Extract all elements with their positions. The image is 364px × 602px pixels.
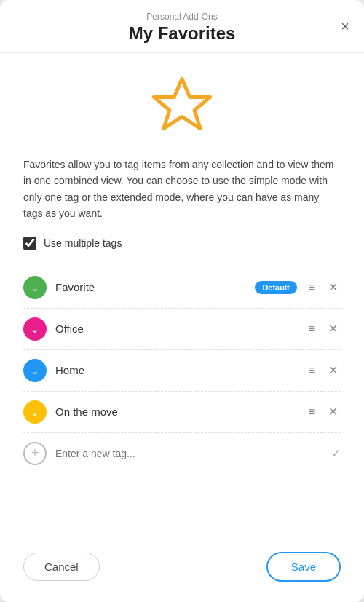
tag-chevron-icon: ⌄ <box>31 282 39 293</box>
tag-color-dot[interactable]: ⌄ <box>23 317 47 341</box>
tag-actions: ≡ ✕ <box>306 320 341 337</box>
tag-item: ⌄ Office ≡ ✕ <box>23 309 341 350</box>
tag-chevron-icon: ⌄ <box>31 407 39 417</box>
modal-container: Personal Add-Ons My Favorites × Favorite… <box>0 0 364 602</box>
default-badge: Default <box>255 281 296 294</box>
multiple-tags-label[interactable]: Use multiple tags <box>44 237 122 249</box>
tag-item: ⌄ Favorite Default ≡ ✕ <box>23 267 341 309</box>
multiple-tags-checkbox[interactable] <box>23 237 36 250</box>
tag-reorder-button[interactable]: ≡ <box>306 363 318 379</box>
cancel-button[interactable]: Cancel <box>23 553 100 581</box>
add-tag-icon[interactable]: + <box>23 442 47 465</box>
modal-title: My Favorites <box>15 23 349 44</box>
tag-chevron-icon: ⌄ <box>31 324 39 334</box>
tag-actions: ≡ ✕ <box>306 279 341 296</box>
tag-name: Home <box>55 364 297 376</box>
modal-header: Personal Add-Ons My Favorites × <box>0 0 364 53</box>
tag-reorder-button[interactable]: ≡ <box>306 404 318 420</box>
tag-color-dot[interactable]: ⌄ <box>23 276 47 299</box>
modal-subtitle: Personal Add-Ons <box>15 12 349 22</box>
tag-remove-button[interactable]: ✕ <box>325 362 341 379</box>
add-tag-row: + ✓ <box>23 433 341 474</box>
add-tag-input[interactable] <box>55 448 323 459</box>
confirm-add-icon[interactable]: ✓ <box>331 446 341 460</box>
tags-list: ⌄ Favorite Default ≡ ✕ ⌄ Office ≡ ✕ ⌄ Ho… <box>23 267 341 433</box>
close-button[interactable]: × <box>338 16 352 36</box>
star-icon <box>149 74 215 139</box>
tag-remove-button[interactable]: ✕ <box>325 403 341 420</box>
star-icon-wrapper <box>23 74 341 139</box>
modal-footer: Cancel Save <box>0 537 364 602</box>
tag-name: Favorite <box>55 281 246 293</box>
modal-body: Favorites allow you to tag items from an… <box>0 53 364 537</box>
description-text: Favorites allow you to tag items from an… <box>23 157 341 222</box>
tag-item: ⌄ Home ≡ ✕ <box>23 350 341 392</box>
tag-item: ⌄ On the move ≡ ✕ <box>23 392 341 433</box>
tag-actions: ≡ ✕ <box>306 362 341 379</box>
tag-reorder-button[interactable]: ≡ <box>306 280 318 296</box>
svg-marker-0 <box>154 79 210 128</box>
save-button[interactable]: Save <box>266 552 341 582</box>
tag-actions: ≡ ✕ <box>306 403 341 420</box>
tag-remove-button[interactable]: ✕ <box>325 279 341 296</box>
tag-name: Office <box>55 322 297 335</box>
tag-chevron-icon: ⌄ <box>31 365 39 376</box>
multiple-tags-row: Use multiple tags <box>23 237 341 250</box>
tag-color-dot[interactable]: ⌄ <box>23 359 47 382</box>
tag-name: On the move <box>55 405 297 418</box>
tag-remove-button[interactable]: ✕ <box>325 320 341 337</box>
tag-color-dot[interactable]: ⌄ <box>23 400 47 424</box>
tag-reorder-button[interactable]: ≡ <box>306 321 318 337</box>
